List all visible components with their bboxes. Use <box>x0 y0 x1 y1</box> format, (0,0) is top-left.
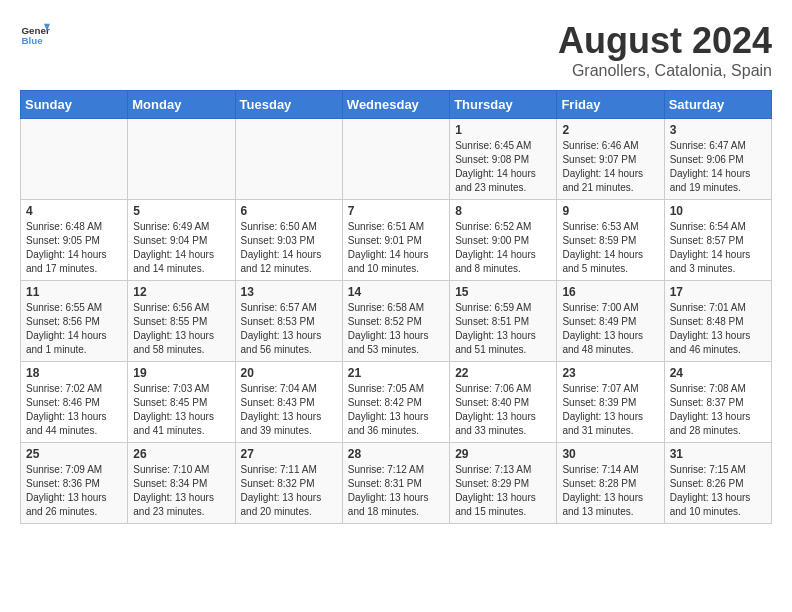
day-number: 22 <box>455 366 551 380</box>
calendar-cell: 26Sunrise: 7:10 AM Sunset: 8:34 PM Dayli… <box>128 443 235 524</box>
day-info: Sunrise: 7:01 AM Sunset: 8:48 PM Dayligh… <box>670 301 766 357</box>
day-info: Sunrise: 6:55 AM Sunset: 8:56 PM Dayligh… <box>26 301 122 357</box>
calendar-cell: 13Sunrise: 6:57 AM Sunset: 8:53 PM Dayli… <box>235 281 342 362</box>
header: General Blue August 2024 Granollers, Cat… <box>20 20 772 80</box>
calendar-cell <box>342 119 449 200</box>
day-of-week-header: Monday <box>128 91 235 119</box>
day-number: 17 <box>670 285 766 299</box>
day-of-week-header: Friday <box>557 91 664 119</box>
calendar-cell: 23Sunrise: 7:07 AM Sunset: 8:39 PM Dayli… <box>557 362 664 443</box>
logo-icon: General Blue <box>20 20 50 50</box>
calendar-cell: 31Sunrise: 7:15 AM Sunset: 8:26 PM Dayli… <box>664 443 771 524</box>
day-number: 21 <box>348 366 444 380</box>
calendar-cell: 2Sunrise: 6:46 AM Sunset: 9:07 PM Daylig… <box>557 119 664 200</box>
calendar-cell: 9Sunrise: 6:53 AM Sunset: 8:59 PM Daylig… <box>557 200 664 281</box>
day-number: 2 <box>562 123 658 137</box>
calendar-table: SundayMondayTuesdayWednesdayThursdayFrid… <box>20 90 772 524</box>
svg-text:Blue: Blue <box>22 35 44 46</box>
day-info: Sunrise: 7:02 AM Sunset: 8:46 PM Dayligh… <box>26 382 122 438</box>
day-number: 6 <box>241 204 337 218</box>
day-number: 3 <box>670 123 766 137</box>
day-info: Sunrise: 6:46 AM Sunset: 9:07 PM Dayligh… <box>562 139 658 195</box>
day-info: Sunrise: 6:45 AM Sunset: 9:08 PM Dayligh… <box>455 139 551 195</box>
month-title: August 2024 <box>558 20 772 62</box>
day-info: Sunrise: 7:15 AM Sunset: 8:26 PM Dayligh… <box>670 463 766 519</box>
logo: General Blue <box>20 20 50 50</box>
calendar-cell: 8Sunrise: 6:52 AM Sunset: 9:00 PM Daylig… <box>450 200 557 281</box>
day-info: Sunrise: 7:11 AM Sunset: 8:32 PM Dayligh… <box>241 463 337 519</box>
day-of-week-header: Saturday <box>664 91 771 119</box>
day-info: Sunrise: 7:06 AM Sunset: 8:40 PM Dayligh… <box>455 382 551 438</box>
day-number: 25 <box>26 447 122 461</box>
day-number: 23 <box>562 366 658 380</box>
calendar-cell: 16Sunrise: 7:00 AM Sunset: 8:49 PM Dayli… <box>557 281 664 362</box>
calendar-cell: 11Sunrise: 6:55 AM Sunset: 8:56 PM Dayli… <box>21 281 128 362</box>
day-number: 31 <box>670 447 766 461</box>
day-number: 29 <box>455 447 551 461</box>
calendar-cell: 20Sunrise: 7:04 AM Sunset: 8:43 PM Dayli… <box>235 362 342 443</box>
calendar-cell: 22Sunrise: 7:06 AM Sunset: 8:40 PM Dayli… <box>450 362 557 443</box>
calendar-cell <box>21 119 128 200</box>
calendar-cell: 27Sunrise: 7:11 AM Sunset: 8:32 PM Dayli… <box>235 443 342 524</box>
day-info: Sunrise: 7:07 AM Sunset: 8:39 PM Dayligh… <box>562 382 658 438</box>
day-info: Sunrise: 6:56 AM Sunset: 8:55 PM Dayligh… <box>133 301 229 357</box>
calendar-cell: 24Sunrise: 7:08 AM Sunset: 8:37 PM Dayli… <box>664 362 771 443</box>
day-number: 8 <box>455 204 551 218</box>
calendar-cell: 14Sunrise: 6:58 AM Sunset: 8:52 PM Dayli… <box>342 281 449 362</box>
calendar-cell: 5Sunrise: 6:49 AM Sunset: 9:04 PM Daylig… <box>128 200 235 281</box>
day-info: Sunrise: 6:49 AM Sunset: 9:04 PM Dayligh… <box>133 220 229 276</box>
day-info: Sunrise: 6:57 AM Sunset: 8:53 PM Dayligh… <box>241 301 337 357</box>
day-of-week-header: Tuesday <box>235 91 342 119</box>
day-info: Sunrise: 6:59 AM Sunset: 8:51 PM Dayligh… <box>455 301 551 357</box>
calendar-cell: 12Sunrise: 6:56 AM Sunset: 8:55 PM Dayli… <box>128 281 235 362</box>
day-info: Sunrise: 7:04 AM Sunset: 8:43 PM Dayligh… <box>241 382 337 438</box>
day-number: 11 <box>26 285 122 299</box>
title-area: August 2024 Granollers, Catalonia, Spain <box>558 20 772 80</box>
day-of-week-header: Wednesday <box>342 91 449 119</box>
day-number: 28 <box>348 447 444 461</box>
calendar-cell: 15Sunrise: 6:59 AM Sunset: 8:51 PM Dayli… <box>450 281 557 362</box>
day-number: 7 <box>348 204 444 218</box>
day-number: 27 <box>241 447 337 461</box>
calendar-cell: 30Sunrise: 7:14 AM Sunset: 8:28 PM Dayli… <box>557 443 664 524</box>
calendar-cell: 19Sunrise: 7:03 AM Sunset: 8:45 PM Dayli… <box>128 362 235 443</box>
day-number: 13 <box>241 285 337 299</box>
calendar-week-row: 4Sunrise: 6:48 AM Sunset: 9:05 PM Daylig… <box>21 200 772 281</box>
day-info: Sunrise: 7:13 AM Sunset: 8:29 PM Dayligh… <box>455 463 551 519</box>
day-number: 26 <box>133 447 229 461</box>
day-info: Sunrise: 6:53 AM Sunset: 8:59 PM Dayligh… <box>562 220 658 276</box>
day-number: 9 <box>562 204 658 218</box>
day-info: Sunrise: 7:10 AM Sunset: 8:34 PM Dayligh… <box>133 463 229 519</box>
day-number: 5 <box>133 204 229 218</box>
day-info: Sunrise: 7:09 AM Sunset: 8:36 PM Dayligh… <box>26 463 122 519</box>
day-info: Sunrise: 6:48 AM Sunset: 9:05 PM Dayligh… <box>26 220 122 276</box>
calendar-cell: 4Sunrise: 6:48 AM Sunset: 9:05 PM Daylig… <box>21 200 128 281</box>
day-number: 20 <box>241 366 337 380</box>
day-number: 24 <box>670 366 766 380</box>
day-info: Sunrise: 6:50 AM Sunset: 9:03 PM Dayligh… <box>241 220 337 276</box>
day-number: 30 <box>562 447 658 461</box>
day-number: 16 <box>562 285 658 299</box>
calendar-cell <box>128 119 235 200</box>
day-number: 4 <box>26 204 122 218</box>
calendar-cell: 7Sunrise: 6:51 AM Sunset: 9:01 PM Daylig… <box>342 200 449 281</box>
calendar-cell: 6Sunrise: 6:50 AM Sunset: 9:03 PM Daylig… <box>235 200 342 281</box>
calendar-week-row: 11Sunrise: 6:55 AM Sunset: 8:56 PM Dayli… <box>21 281 772 362</box>
day-of-week-header: Thursday <box>450 91 557 119</box>
day-info: Sunrise: 6:52 AM Sunset: 9:00 PM Dayligh… <box>455 220 551 276</box>
day-number: 19 <box>133 366 229 380</box>
calendar-cell: 18Sunrise: 7:02 AM Sunset: 8:46 PM Dayli… <box>21 362 128 443</box>
day-info: Sunrise: 6:58 AM Sunset: 8:52 PM Dayligh… <box>348 301 444 357</box>
calendar-week-row: 18Sunrise: 7:02 AM Sunset: 8:46 PM Dayli… <box>21 362 772 443</box>
calendar-cell: 3Sunrise: 6:47 AM Sunset: 9:06 PM Daylig… <box>664 119 771 200</box>
day-info: Sunrise: 6:51 AM Sunset: 9:01 PM Dayligh… <box>348 220 444 276</box>
day-info: Sunrise: 7:00 AM Sunset: 8:49 PM Dayligh… <box>562 301 658 357</box>
calendar-cell: 25Sunrise: 7:09 AM Sunset: 8:36 PM Dayli… <box>21 443 128 524</box>
calendar-cell: 10Sunrise: 6:54 AM Sunset: 8:57 PM Dayli… <box>664 200 771 281</box>
calendar-week-row: 1Sunrise: 6:45 AM Sunset: 9:08 PM Daylig… <box>21 119 772 200</box>
day-info: Sunrise: 7:03 AM Sunset: 8:45 PM Dayligh… <box>133 382 229 438</box>
calendar-cell: 1Sunrise: 6:45 AM Sunset: 9:08 PM Daylig… <box>450 119 557 200</box>
day-number: 18 <box>26 366 122 380</box>
calendar-cell <box>235 119 342 200</box>
day-info: Sunrise: 7:05 AM Sunset: 8:42 PM Dayligh… <box>348 382 444 438</box>
